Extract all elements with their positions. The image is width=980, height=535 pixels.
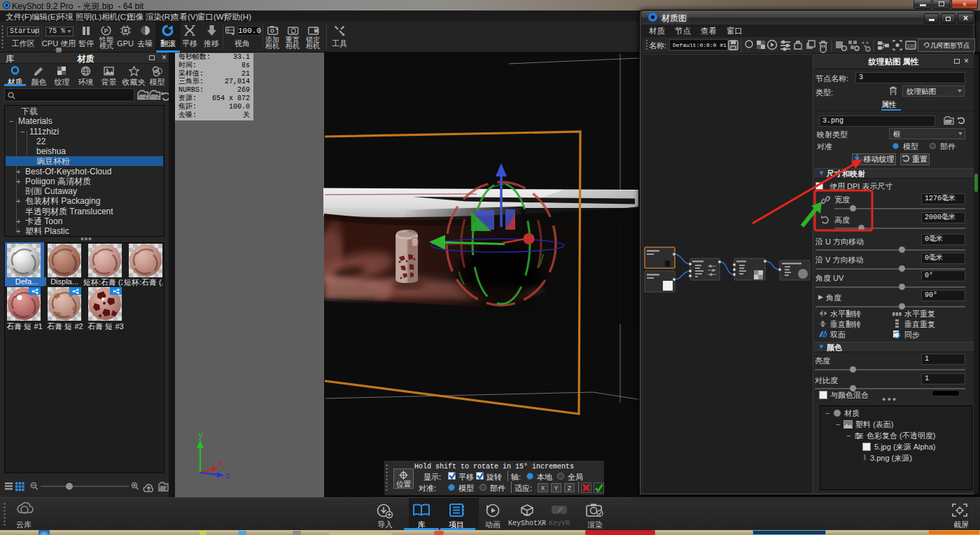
svg-text:y: y [198,431,203,440]
svg-text:100: 100 [906,43,915,48]
svg-text:z: z [225,471,230,481]
svg-text:P: P [104,27,108,34]
svg-text:x: x [218,459,223,468]
